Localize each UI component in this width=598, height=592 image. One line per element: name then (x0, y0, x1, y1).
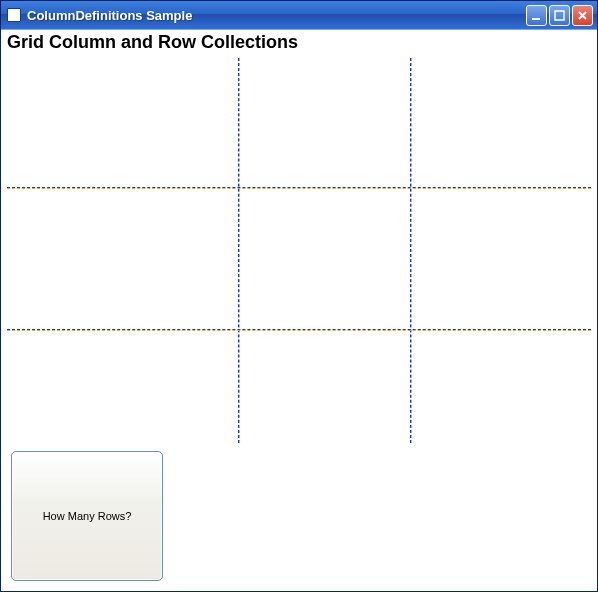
close-icon (577, 10, 588, 21)
close-button[interactable] (572, 5, 593, 26)
titlebar[interactable]: ColumnDefinitions Sample (1, 1, 597, 29)
minimize-button[interactable] (526, 5, 547, 26)
maximize-button[interactable] (549, 5, 570, 26)
app-icon (7, 8, 21, 22)
window-controls (526, 5, 593, 26)
window-title: ColumnDefinitions Sample (27, 8, 526, 23)
grid-preview (7, 58, 591, 443)
window-frame: ColumnDefinitions Sample Grid Column and… (0, 0, 598, 592)
page-title: Grid Column and Row Collections (7, 32, 298, 53)
minimize-icon (531, 10, 542, 21)
client-area: Grid Column and Row Collections How Many… (1, 29, 597, 591)
button-label: How Many Rows? (43, 510, 132, 522)
svg-rect-0 (532, 18, 540, 20)
maximize-icon (554, 10, 565, 21)
svg-rect-1 (555, 11, 564, 20)
how-many-rows-button[interactable]: How Many Rows? (11, 451, 163, 581)
